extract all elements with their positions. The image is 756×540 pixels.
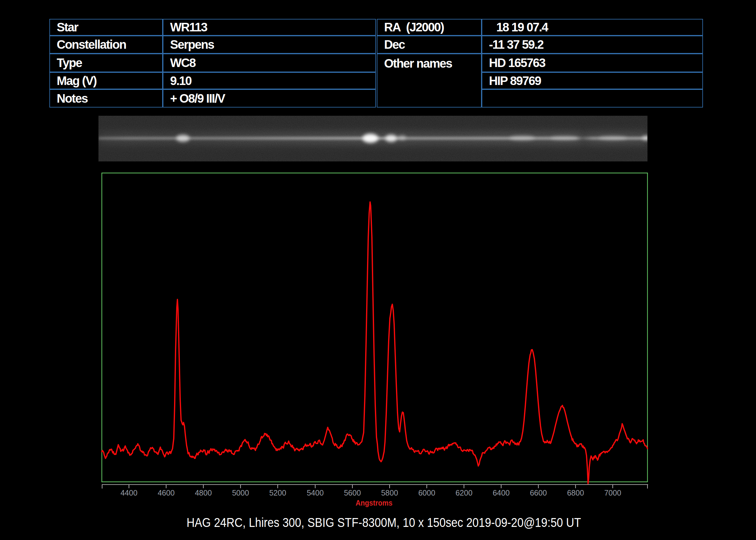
svg-text:5000: 5000	[232, 488, 249, 497]
svg-text:5600: 5600	[344, 488, 361, 497]
svg-text:6400: 6400	[492, 488, 510, 497]
svg-text:6800: 6800	[567, 488, 584, 497]
svg-text:4800: 4800	[195, 488, 212, 497]
svg-text:5400: 5400	[307, 488, 324, 497]
svg-text:5200: 5200	[269, 488, 286, 497]
svg-text:6200: 6200	[456, 488, 472, 497]
svg-text:6600: 6600	[530, 488, 547, 497]
svg-text:Angstroms: Angstroms	[356, 498, 393, 507]
svg-text:4400: 4400	[120, 488, 137, 497]
svg-text:HAG 24RC, Lhires 300, SBIG STF: HAG 24RC, Lhires 300, SBIG STF-8300M, 10…	[187, 515, 581, 530]
svg-text:6000: 6000	[418, 488, 435, 497]
svg-text:7000: 7000	[604, 488, 621, 497]
svg-text:5800: 5800	[381, 488, 398, 497]
svg-text:4600: 4600	[158, 488, 175, 497]
